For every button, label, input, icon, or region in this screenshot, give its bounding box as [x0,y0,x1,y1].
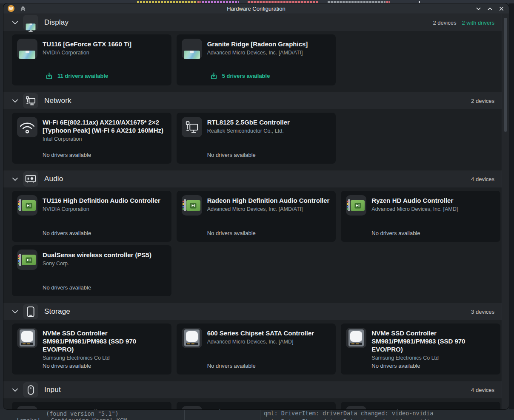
device-count: 2 devices [471,98,494,104]
scrollbar[interactable] [502,14,509,409]
drive-icon [17,328,37,348]
soundcard-icon [17,195,37,216]
clipped-terminal-syntax [328,1,386,3]
close-button[interactable] [498,6,504,11]
drivers-status-label: 5 drivers available [222,73,270,79]
device-title: Logi_Z407 [207,407,239,409]
section-title: Storage [44,307,70,316]
display-icon [23,15,38,30]
chevron-down-icon[interactable] [12,310,19,314]
background-terminal-right [509,3,514,409]
chevron-down-icon[interactable] [12,99,19,103]
chevron-down-icon[interactable] [12,177,19,181]
device-title: NVMe SSD Controller SM981/PM981/PM983 (S… [371,329,495,353]
drivers-available-status: 5 drivers available [210,72,270,80]
device-count: 4 devices [471,176,494,182]
drive-icon [346,328,366,348]
section-header-display[interactable]: Display2 devices2 with drivers [3,14,509,31]
chevron-down-icon[interactable] [12,21,19,25]
app-icon: W [8,5,14,12]
device-title: Granite Ridge [Radeon Graphics] [207,40,308,48]
section-header-audio[interactable]: Audio4 devices [3,170,509,187]
section-title: Audio [44,175,63,183]
device-title: RTL8125 2.5GbE Controller [207,118,290,126]
terminal-text: (found version "5.1") [46,410,119,417]
device-card[interactable]: 600 Series Chipset SATA ControllerAdvanc… [177,324,336,375]
device-vendor: NVIDIA Corporation [43,206,160,212]
section-header-network[interactable]: Network2 devices [3,92,509,109]
titlebar[interactable]: W Hardware Configuration [3,3,509,14]
monitor-gpu-icon [17,39,37,59]
keep-above-icon[interactable] [20,6,26,11]
device-card[interactable]: RTL8125 2.5GbE ControllerRealtek Semicon… [177,113,336,164]
device-title: DualSense wireless controller (PS5) [43,251,151,259]
device-vendor: Samsung Electronics Co Ltd [43,355,166,361]
device-card[interactable]: Logi_Z407 [177,402,336,409]
device-card[interactable]: TU116 High Definition Audio ControllerNV… [12,191,171,242]
section-title: Display [44,18,69,27]
clipped-terminal-syntax [386,1,390,3]
drivers-status-label: 11 drivers available [57,73,108,79]
device-count: 2 devices [433,20,457,26]
with-drivers-count: 2 with drivers [462,20,494,26]
clipped-terminal-syntax [202,1,239,3]
no-drivers-status: No drivers available [371,230,420,236]
device-vendor: Intel Corporation [43,136,166,142]
device-vendor: Advanced Micro Devices, Inc. [AMD/ATI] [207,50,308,56]
drivers-available-status: 11 drivers available [45,72,108,80]
device-vendor: Samsung Electronics Co Ltd [371,355,495,361]
device-card[interactable]: Wi-Fi 6E(802.11ax) AX210/AX1675* 2×2 [Ty… [12,113,171,164]
device-vendor: Sony Corp. [43,261,151,267]
section-cards-audio: TU116 High Definition Audio ControllerNV… [3,187,509,303]
scrollbar-thumb[interactable] [504,18,507,132]
no-drivers-status: No drivers available [43,230,91,236]
gamepad-icon [17,406,37,409]
drive-icon [182,328,202,348]
download-icon [210,72,218,80]
terminal-text: [cmake] Configuring Kernel KCM [16,417,127,420]
download-icon [45,72,53,80]
section-header-storage[interactable]: Storage3 devices [3,303,509,320]
device-title: Wi-Fi 6E(802.11ax) AX210/AX1675* 2×2 [Ty… [43,118,166,134]
device-title: 600 Series Chipset SATA Controller [207,329,314,337]
device-card[interactable]: RGB LED Controller [12,402,171,409]
device-card[interactable]: Granite Ridge [Radeon Graphics]Advanced … [177,34,336,85]
network-icon [23,93,38,108]
device-card[interactable]: Ryzen HD Audio ControllerAdvanced Micro … [341,191,500,242]
device-title: Radeon High Definition Audio Controller [207,196,330,204]
maximize-button[interactable] [487,6,493,11]
device-title: TU116 High Definition Audio Controller [43,196,160,204]
device-card[interactable]: TU116 [GeForce GTX 1660 Ti]NVIDIA Corpor… [12,34,171,85]
content-area: Display2 devices2 with driversTU116 [GeF… [3,14,509,409]
no-drivers-status: No drivers available [43,284,91,291]
device-count: 3 devices [471,309,494,315]
device-card[interactable]: NVMe SSD Controller SM981/PM981/PM983 (S… [341,324,500,375]
section-title: Network [44,96,71,105]
monitor-gpu-icon [182,39,202,59]
terminal-pane-divider [184,409,185,420]
device-title: Ryzen HD Audio Controller [371,196,458,204]
soundcard-icon [182,195,202,216]
device-vendor: Advanced Micro Devices, Inc. [AMD/ATI] [207,206,330,212]
chevron-down-icon[interactable] [12,388,19,392]
soundcard-icon [17,250,37,270]
terminal-text: qml: DriverItem: driverData changed: vid… [264,418,433,420]
device-card[interactable]: DualSense wireless controller (PS5)Sony … [12,245,171,296]
device-card[interactable]: NVMe SSD Controller SM981/PM981/PM983 (S… [12,324,171,375]
section-cards-display: TU116 [GeForce GTX 1660 Ti]NVIDIA Corpor… [3,31,509,92]
no-drivers-status: No drivers available [43,152,91,158]
no-drivers-status: No drivers available [371,363,420,369]
section-header-input[interactable]: Input4 devices [3,381,509,398]
background-terminal-top [0,0,514,3]
ethernet-icon [182,117,202,137]
minimize-button[interactable] [475,6,481,11]
device-card[interactable]: Radeon High Definition Audio ControllerA… [177,191,336,242]
clipped-terminal-syntax [197,1,201,3]
device-vendor: Advanced Micro Devices, Inc. [AMD] [371,206,458,212]
gamepad-icon [182,406,202,409]
gamepad-icon [346,406,366,409]
device-vendor: Realtek Semiconductor Co., Ltd. [207,128,290,134]
background-terminal-bottom: (found version "5.1") [cmake] Configurin… [0,409,514,420]
section-cards-input: RGB LED ControllerLogi_Z407Razer_Viper_V… [3,398,509,409]
device-card[interactable]: Razer_Viper_V2_Pro [341,402,500,409]
